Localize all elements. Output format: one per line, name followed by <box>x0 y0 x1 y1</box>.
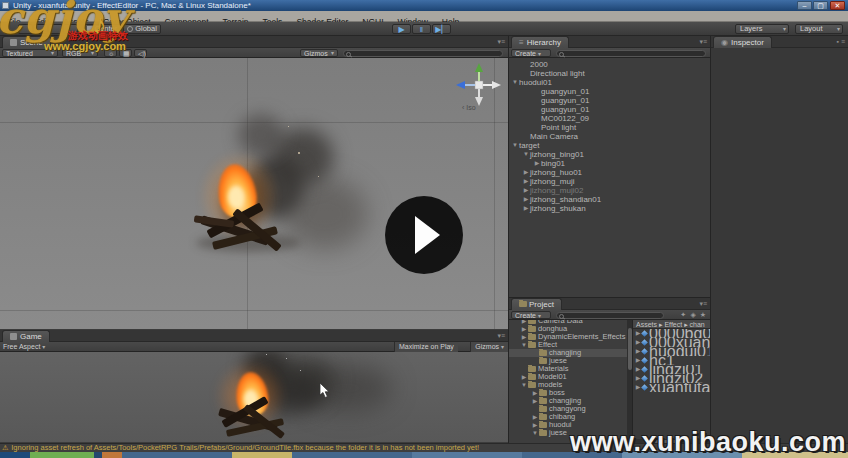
layers-dropdown[interactable]: Layers▾ <box>735 24 789 34</box>
maximize-on-play-toggle[interactable]: Maximize on Play <box>394 342 458 352</box>
scene-orientation-gizmo[interactable] <box>452 62 504 112</box>
tab-project[interactable]: Project <box>511 298 562 310</box>
scene-gizmos-dropdown[interactable]: Gizmos▾ <box>300 49 338 57</box>
tree-item-models[interactable]: ▼models <box>509 381 627 389</box>
pause-button[interactable]: ‖ <box>412 24 431 34</box>
tree-item-target[interactable]: ▼target <box>509 141 710 150</box>
tab-inspector[interactable]: ◉Inspector <box>713 36 772 48</box>
foldout-closed-icon[interactable]: ▶ <box>531 421 539 429</box>
search-by-type-icon[interactable]: ✦ <box>680 311 686 319</box>
tab-hierarchy[interactable]: ≡Hierarchy <box>511 36 569 48</box>
foldout-closed-icon[interactable]: ▶ <box>522 195 530 204</box>
tree-item-xuanfutai[interactable]: ▶xuanfutai <box>633 383 711 392</box>
tree-item-chibang[interactable]: ▶chibang <box>509 413 627 421</box>
tree-item-guangyun-01[interactable]: guangyun_01 <box>509 105 710 114</box>
panel-menu-icon[interactable]: ▾≡ <box>699 300 707 308</box>
foldout-closed-icon[interactable]: ▶ <box>531 389 539 397</box>
maximize-button[interactable]: ▢ <box>813 1 828 10</box>
tree-item-jizhong-muji02[interactable]: ▶jizhong_muji02 <box>509 186 710 195</box>
layout-dropdown[interactable]: Layout▾ <box>795 24 843 34</box>
foldout-closed-icon[interactable]: ▶ <box>522 168 530 177</box>
tree-item-main-camera[interactable]: Main Camera <box>509 132 710 141</box>
favorites-icon[interactable]: ★ <box>700 311 706 319</box>
tree-item-huodui01[interactable]: ▼huodui01 <box>509 78 710 87</box>
tab-game[interactable]: Game <box>2 330 50 342</box>
foldout-closed-icon[interactable]: ▶ <box>520 333 528 341</box>
breadcrumb[interactable]: Assets ▸ Effect ▸ chan <box>633 320 711 329</box>
status-bar[interactable]: ⚠Ignoring asset refresh of Assets/Tools/… <box>0 443 848 452</box>
tree-item-juese[interactable]: juese <box>509 357 627 365</box>
search-by-label-icon[interactable]: ◈ <box>691 311 696 319</box>
tree-item-2000[interactable]: 2000 <box>509 60 710 69</box>
taskbar-segment[interactable] <box>122 452 232 458</box>
tree-item-guangyun-01[interactable]: guangyun_01 <box>509 87 710 96</box>
foldout-open-icon[interactable]: ▼ <box>511 78 519 87</box>
foldout-open-icon[interactable]: ▼ <box>520 381 528 389</box>
hierarchy-create-button[interactable]: Create ▾ <box>511 49 551 57</box>
foldout-open-icon[interactable]: ▼ <box>531 429 539 437</box>
draw-mode-dropdown[interactable]: Textured▾ <box>2 49 58 57</box>
project-search-input[interactable] <box>556 312 664 319</box>
step-button[interactable]: ▶▏ <box>432 24 451 34</box>
tree-item-mc00122-09[interactable]: MC00122_09 <box>509 114 710 123</box>
taskbar-segment[interactable] <box>292 452 412 458</box>
tree-item-hc1[interactable]: ▶hc1 <box>633 356 711 365</box>
close-button[interactable]: ✕ <box>830 1 845 10</box>
tree-item-materials[interactable]: Materials <box>509 365 627 373</box>
tree-item-jizhong-muji[interactable]: ▶jizhong_muji <box>509 177 710 186</box>
tree-item-0000bq01[interactable]: ▶0000bq01 <box>633 329 711 338</box>
panel-menu-icon[interactable]: ▾≡ <box>699 38 707 46</box>
tree-item-juese[interactable]: ▼juese <box>509 429 627 437</box>
tree-item-guangyun-01[interactable]: guangyun_01 <box>509 96 710 105</box>
foldout-closed-icon[interactable]: ▶ <box>531 413 539 421</box>
aspect-dropdown[interactable]: Free Aspect ▾ <box>3 342 45 352</box>
windows-taskbar[interactable] <box>0 452 848 458</box>
panel-menu-icon[interactable]: ▾≡ <box>497 332 505 340</box>
taskbar-segment[interactable] <box>102 452 122 458</box>
foldout-open-icon[interactable]: ▼ <box>520 341 528 349</box>
tree-item-lingzi02[interactable]: ▶lingzi02 <box>633 374 711 383</box>
foldout-closed-icon[interactable]: ▶ <box>520 325 528 333</box>
pivot-center-button[interactable]: Center <box>83 24 121 34</box>
tree-item-effect[interactable]: ▼Effect <box>509 341 627 349</box>
taskbar-segment[interactable] <box>742 452 848 458</box>
global-local-button[interactable]: Global <box>123 24 161 34</box>
projection-mode-label[interactable]: ‹ Iso <box>462 104 476 111</box>
taskbar-segment[interactable] <box>94 452 102 458</box>
foldout-closed-icon[interactable]: ▶ <box>520 373 528 381</box>
tree-item-bing01[interactable]: ▶bing01 <box>509 159 710 168</box>
taskbar-segment[interactable] <box>622 452 742 458</box>
tree-item-changjing[interactable]: ▶changjing <box>509 397 627 405</box>
tree-item-changyong[interactable]: changyong <box>509 405 627 413</box>
tree-item-changjing[interactable]: changjing <box>509 349 627 357</box>
tree-item-huodui[interactable]: ▶huodui <box>509 421 627 429</box>
play-button[interactable]: ▶ <box>392 24 411 34</box>
lighting-toggle[interactable]: ☼ <box>104 49 117 57</box>
tree-item-donghua[interactable]: ▶donghua <box>509 325 627 333</box>
tree-item-jizhong-bing01[interactable]: ▼jizhong_bing01 <box>509 150 710 159</box>
minimize-button[interactable]: – <box>797 1 812 10</box>
foldout-open-icon[interactable]: ▼ <box>511 141 519 150</box>
game-viewport[interactable] <box>0 352 508 442</box>
hand-tool-button[interactable] <box>18 24 33 34</box>
taskbar-segment[interactable] <box>522 452 622 458</box>
project-create-button[interactable]: Create ▾ <box>511 311 551 319</box>
tree-item-000xuanfutai[interactable]: ▶000xuanfutai <box>633 338 711 347</box>
tree-item-jizhong-shandian01[interactable]: ▶jizhong_shandian01 <box>509 195 710 204</box>
tree-item-model01[interactable]: ▶Model01 <box>509 373 627 381</box>
taskbar-segment[interactable] <box>412 452 522 458</box>
tree-item-jizhong-shukan[interactable]: ▶jizhong_shukan <box>509 204 710 213</box>
tree-item-point-light[interactable]: Point light <box>509 123 710 132</box>
panel-menu-icon[interactable]: ▾≡ <box>497 38 505 46</box>
foldout-closed-icon[interactable]: ▶ <box>522 177 530 186</box>
foldout-closed-icon[interactable]: ▶ <box>531 397 539 405</box>
foldout-open-icon[interactable]: ▼ <box>522 150 530 159</box>
move-tool-button[interactable] <box>33 24 48 34</box>
scene-search-input[interactable] <box>343 50 503 57</box>
tree-item-jizhong-huo01[interactable]: ▶jizhong_huo01 <box>509 168 710 177</box>
foldout-closed-icon[interactable]: ▶ <box>522 186 530 195</box>
foldout-closed-icon[interactable]: ▶ <box>522 204 530 213</box>
render-mode-dropdown[interactable]: RGB▾ <box>62 49 98 57</box>
lock-icon[interactable]: ▪ ≡ <box>836 38 845 46</box>
taskbar-segment[interactable] <box>232 452 292 458</box>
